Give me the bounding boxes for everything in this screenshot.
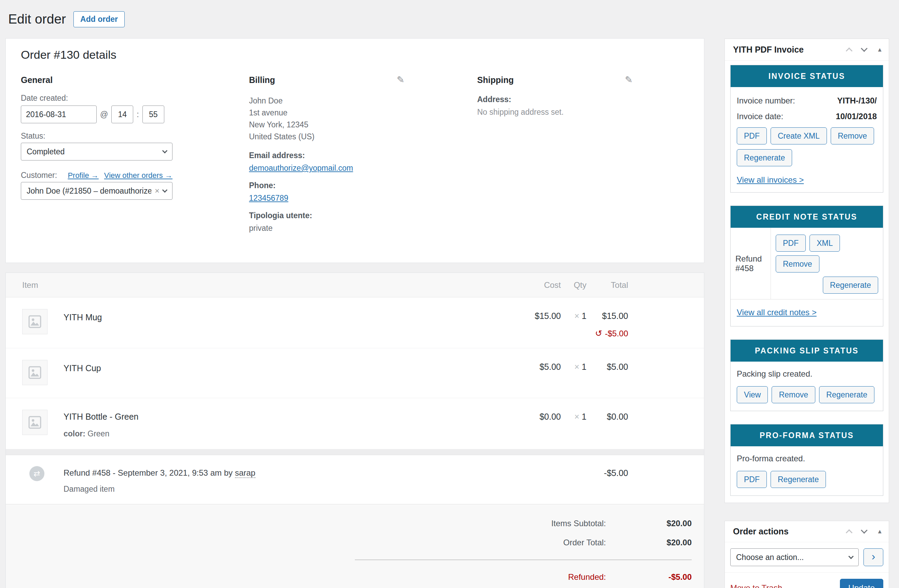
move-up-icon[interactable] (846, 529, 853, 536)
items-subtotal-label: Items Subtotal: (551, 519, 606, 528)
collapse-toggle-icon[interactable]: ▲ (877, 46, 883, 53)
invoice-create-xml-button[interactable]: Create XML (771, 127, 827, 144)
item-cost: $15.00 (505, 311, 561, 321)
proforma-pdf-button[interactable]: PDF (737, 471, 767, 488)
move-up-icon[interactable] (846, 48, 853, 54)
credit-note-status-header: CREDIT NOTE STATUS (731, 206, 883, 228)
user-type-label: Tipologia utente: (249, 211, 405, 220)
customer-label: Customer: (21, 171, 57, 180)
view-other-orders-link[interactable]: View other orders → (104, 171, 173, 180)
invoice-status-header: INVOICE STATUS (731, 65, 883, 87)
edit-billing-pencil-icon[interactable]: ✎ (397, 76, 405, 85)
credit-note-pdf-button[interactable]: PDF (776, 235, 806, 252)
proforma-status-header: PRO-FORMA STATUS (731, 424, 883, 446)
table-row[interactable]: YITH Mug $15.00 × 1 $15.00 ↺-$5.00 (6, 298, 704, 348)
phone-label: Phone: (249, 181, 405, 190)
customer-value: John Doe (#21850 – demoauthorize@yopmail… (27, 187, 151, 196)
profile-link[interactable]: Profile → (68, 171, 98, 180)
edit-shipping-pencil-icon[interactable]: ✎ (625, 76, 633, 85)
table-row[interactable]: YITH Cup $5.00 × 1 $5.00 (6, 348, 704, 398)
invoice-remove-button[interactable]: Remove (831, 127, 874, 144)
proforma-regenerate-button[interactable]: Regenerate (771, 471, 826, 488)
billing-section: Billing ✎ John Doe 1st avenue New York, … (249, 74, 405, 233)
order-status-select[interactable]: Completed (21, 143, 173, 161)
items-table-header: Item Cost Qty Total (6, 273, 704, 298)
shipping-heading: Shipping (477, 75, 514, 85)
yith-pdf-invoice-panel: YITH PDF Invoice ▲ INVOICE STATUS Invoic… (724, 39, 889, 503)
order-action-select[interactable]: Choose an action... (730, 548, 859, 566)
collapse-toggle-icon[interactable]: ▲ (877, 528, 883, 535)
order-actions-header[interactable]: Order actions ▲ (725, 521, 889, 542)
refund-row-amount: -$5.00 (587, 465, 628, 478)
date-created-input[interactable] (21, 105, 97, 123)
item-cost: $5.00 (505, 362, 561, 372)
packing-remove-button[interactable]: Remove (772, 386, 815, 403)
hour-input[interactable] (111, 105, 133, 123)
main-column: Order #130 details General Date created:… (5, 38, 704, 588)
billing-phone-link[interactable]: 123456789 (249, 194, 288, 202)
invoice-pdf-button[interactable]: PDF (737, 127, 767, 144)
refund-separator (6, 449, 704, 455)
item-name: YITH Bottle - Green (63, 411, 139, 421)
apply-action-button[interactable]: › (863, 548, 883, 566)
invoice-panel-header[interactable]: YITH PDF Invoice ▲ (725, 39, 889, 61)
invoice-number-value: YITH-/130/ (837, 96, 877, 105)
general-heading: General (21, 75, 53, 85)
billing-country: United States (US) (249, 131, 405, 143)
items-subtotal-value: $20.00 (606, 519, 692, 528)
move-to-trash-link[interactable]: Move to Trash (730, 583, 782, 588)
move-down-icon[interactable] (861, 45, 868, 52)
refund-author-link[interactable]: sarap (235, 468, 255, 478)
item-cost: $0.00 (505, 412, 561, 422)
refunded-value: -$5.00 (606, 572, 692, 582)
packing-regenerate-button[interactable]: Regenerate (819, 386, 874, 403)
col-header-total: Total (587, 280, 628, 290)
item-total: $0.00 (587, 412, 628, 422)
shipping-address-value: No shipping address set. (477, 108, 633, 117)
billing-heading: Billing (249, 75, 275, 85)
invoice-regenerate-button[interactable]: Regenerate (737, 149, 792, 166)
update-button[interactable]: Update (840, 579, 883, 588)
date-created-label: Date created: (21, 94, 176, 103)
col-header-cost: Cost (505, 280, 561, 290)
invoice-date-label: Invoice date: (737, 112, 783, 121)
refund-description: Refund #458 - September 3, 2021, 9:53 am… (63, 468, 235, 477)
qty-times: × (575, 412, 580, 421)
refund-reason: Damaged item (63, 485, 255, 494)
chevron-down-icon (848, 554, 854, 559)
packing-slip-status-box: PACKING SLIP STATUS Packing slip created… (730, 340, 883, 411)
order-totals: Items Subtotal: $20.00 Order Total: $20.… (6, 504, 704, 588)
chevron-down-icon (162, 148, 168, 153)
billing-email-link[interactable]: demoauthorize@yopmail.com (249, 164, 353, 173)
view-all-credit-notes-link[interactable]: View all credit notes > (737, 308, 817, 317)
refund-undo-icon: ↺ (595, 329, 602, 338)
credit-note-status-box: CREDIT NOTE STATUS Refund #458 PDF XML R… (730, 205, 883, 326)
proforma-status-text: Pro-forma created. (737, 454, 877, 463)
invoice-status-box: INVOICE STATUS Invoice number: YITH-/130… (730, 65, 883, 193)
order-items-card: Item Cost Qty Total YITH Mug $15.00 × 1 … (5, 273, 704, 588)
clear-selection-icon[interactable]: × (155, 186, 159, 196)
qty-times: × (575, 362, 580, 372)
credit-note-xml-button[interactable]: XML (809, 235, 840, 252)
packing-slip-status-header: PACKING SLIP STATUS (731, 340, 883, 362)
customer-select[interactable]: John Doe (#21850 – demoauthorize@yopmail… (21, 182, 173, 200)
refund-repeat-icon: ⇄ (29, 466, 45, 481)
sidebar: YITH PDF Invoice ▲ INVOICE STATUS Invoic… (724, 39, 889, 588)
credit-note-regenerate-button[interactable]: Regenerate (823, 276, 878, 294)
table-row[interactable]: YITH Bottle - Green color: Green $0.00 ×… (6, 398, 704, 449)
add-order-button[interactable]: Add order (73, 11, 125, 27)
item-meta-value: Green (87, 429, 109, 438)
product-image-placeholder-icon (22, 309, 48, 334)
move-down-icon[interactable] (861, 527, 868, 534)
chevron-down-icon (162, 187, 168, 193)
invoice-panel-title: YITH PDF Invoice (733, 45, 804, 55)
user-type-value: private (249, 224, 405, 233)
general-section: General Date created: @ : Status: Comple… (21, 74, 176, 233)
view-all-invoices-link[interactable]: View all invoices > (737, 175, 804, 185)
invoice-number-label: Invoice number: (737, 96, 795, 105)
credit-note-remove-button[interactable]: Remove (776, 255, 819, 273)
minute-input[interactable] (142, 105, 164, 123)
order-actions-panel: Order actions ▲ Choose an action... › Mo… (724, 521, 889, 588)
time-separator: : (137, 110, 139, 119)
packing-view-button[interactable]: View (737, 386, 768, 403)
